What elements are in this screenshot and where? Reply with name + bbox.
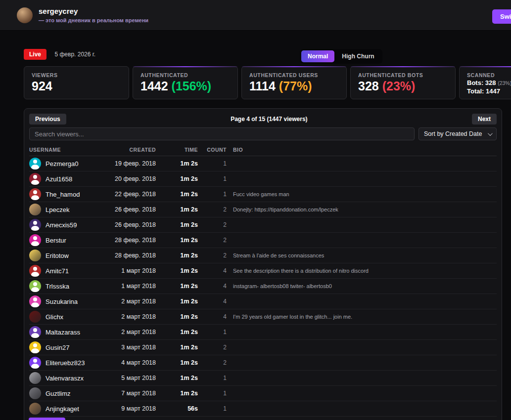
- row-username[interactable]: Glichx: [46, 313, 63, 321]
- username-cell: Trlssska: [29, 280, 101, 292]
- pagination-row: Previous Page 4 of 15 (1447 viewers) Nex…: [29, 114, 497, 125]
- row-bio: Stream à l'aide de ses connaissances: [227, 252, 497, 258]
- row-count: 2: [198, 252, 227, 259]
- username-cell: Guztlimz: [29, 387, 101, 399]
- row-time: 1m 2s: [156, 252, 198, 259]
- col-header-bio: BIO: [227, 147, 497, 153]
- username-cell: Maltazarass: [29, 326, 101, 338]
- table-row[interactable]: Azul1658 20 февр. 2018 1m 2s 1: [29, 171, 497, 187]
- row-count: 2: [198, 344, 227, 351]
- table-row[interactable]: Amitc71 1 март 2018 1m 2s 4 See the desc…: [29, 263, 497, 279]
- username-cell: Amitc71: [29, 265, 101, 277]
- row-username[interactable]: Amitc71: [46, 267, 69, 275]
- row-username[interactable]: Lpeczek: [46, 206, 69, 213]
- stat-label: VIEWERS: [32, 72, 121, 78]
- stat-value: 1114 (77%): [249, 80, 339, 93]
- stats-row: VIEWERS 924 AUTHENTICATED 1442 (156%) AU…: [24, 66, 511, 99]
- viewers-panel: Previous Page 4 of 15 (1447 viewers) Nex…: [24, 108, 502, 420]
- stat-value: 924: [32, 80, 121, 93]
- table-row[interactable]: Pezmerga0 19 февр. 2018 1m 2s 1: [29, 156, 497, 171]
- row-created: 3 март 2018: [101, 344, 156, 351]
- table-row[interactable]: Glichx 2 март 2018 1m 2s 4 I'm 29 years …: [29, 309, 497, 325]
- table-row[interactable]: The_hamod 22 февр. 2018 1m 2s 1 Fucc vid…: [29, 187, 497, 202]
- sort-dropdown[interactable]: Sort by Created Date: [418, 127, 497, 140]
- username-cell: Suzukarina: [29, 295, 101, 307]
- row-username[interactable]: Trlssska: [46, 283, 69, 290]
- table-row[interactable]: Gusin27 3 март 2018 1m 2s 2: [29, 340, 497, 355]
- stat-label: AUTHENTICATED BOTS: [358, 72, 448, 78]
- username-cell: The_hamod: [29, 188, 101, 200]
- table-row[interactable]: Lpeczek 26 февр. 2018 1m 2s 2 Donejty: h…: [29, 202, 497, 217]
- search-input[interactable]: [29, 127, 415, 140]
- stat-percent: (156%): [172, 79, 212, 93]
- scanned-total-line: Total: 1447: [467, 87, 511, 95]
- previous-button[interactable]: Previous: [29, 114, 66, 125]
- viewers-table: USERNAME CREATED TIME COUNT BIO Pezmerga…: [29, 143, 497, 417]
- user-avatar: [29, 311, 41, 323]
- row-count: 1: [198, 191, 227, 198]
- row-created: 19 февр. 2018: [101, 160, 156, 167]
- row-time: 1m 2s: [156, 237, 198, 244]
- row-username[interactable]: Eliteruebz823: [46, 359, 85, 367]
- stat-percent: (77%): [279, 79, 312, 93]
- row-username[interactable]: Anjingkaget: [46, 405, 79, 413]
- row-username[interactable]: Azul1658: [46, 175, 72, 183]
- search-row: Sort by Created Date: [29, 127, 497, 140]
- profile-avatar: [17, 7, 33, 23]
- stat-label: SCANNED: [467, 72, 511, 78]
- switch-button[interactable]: Switch: [492, 9, 511, 24]
- row-username[interactable]: The_hamod: [46, 191, 80, 198]
- user-avatar: [29, 387, 41, 399]
- row-created: 26 февр. 2018: [101, 206, 156, 213]
- col-header-username: USERNAME: [29, 147, 101, 153]
- table-row[interactable]: Guztlimz 7 март 2018 1m 2s 1: [29, 386, 497, 401]
- user-avatar: [29, 265, 41, 277]
- row-username[interactable]: Amecxis59: [46, 221, 77, 229]
- col-header-created: CREATED: [101, 147, 156, 153]
- sort-dropdown-label: Sort by Created Date: [424, 130, 482, 137]
- stat-number: 328: [358, 79, 379, 93]
- mode-normal-button[interactable]: Normal: [301, 50, 334, 62]
- stat-card-viewers: VIEWERS 924: [24, 66, 129, 99]
- table-row[interactable]: Suzukarina 2 март 2018 1m 2s 4: [29, 294, 497, 309]
- row-count: 4: [198, 298, 227, 305]
- user-avatar: [29, 219, 41, 231]
- row-count: 2: [198, 221, 227, 228]
- row-count: 1: [198, 329, 227, 336]
- username-cell: Eliteruebz823: [29, 357, 101, 369]
- row-created: 20 февр. 2018: [101, 175, 156, 182]
- stat-card-authenticated: AUTHENTICATED 1442 (156%): [133, 66, 238, 99]
- row-username[interactable]: Pezmerga0: [46, 160, 78, 168]
- row-username[interactable]: Gusin27: [46, 344, 69, 351]
- row-time: 1m 2s: [156, 267, 198, 274]
- row-username[interactable]: Berstur: [46, 237, 66, 244]
- table-row[interactable]: Maltazarass 2 март 2018 1m 2s 1: [29, 325, 497, 340]
- username-cell: Valenvaraszx: [29, 372, 101, 384]
- next-button[interactable]: Next: [472, 114, 497, 125]
- row-username[interactable]: Suzukarina: [46, 298, 78, 305]
- table-row[interactable]: Trlssska 1 март 2018 1m 2s 4 instagram- …: [29, 279, 497, 294]
- username-cell: Anjingkaget: [29, 403, 101, 415]
- mode-high-churn-button[interactable]: High Churn: [335, 50, 380, 62]
- row-created: 2 март 2018: [101, 298, 156, 305]
- table-row[interactable]: Amecxis59 26 февр. 2018 1m 2s 2: [29, 217, 497, 233]
- scanned-total-label: Total:: [467, 87, 484, 95]
- row-username[interactable]: Eritotow: [46, 252, 69, 259]
- stat-number: 1442: [140, 79, 168, 93]
- row-time: 1m 2s: [156, 175, 198, 182]
- user-avatar: [29, 357, 41, 369]
- row-username[interactable]: Valenvaraszx: [46, 375, 84, 382]
- user-avatar: [29, 295, 41, 307]
- row-username[interactable]: Maltazarass: [46, 329, 80, 336]
- bottom-previous-button[interactable]: Previous: [29, 418, 65, 420]
- page-info: Page 4 of 15 (1447 viewers): [231, 116, 307, 123]
- table-row[interactable]: Eritotow 28 февр. 2018 1m 2s 2 Stream à …: [29, 248, 497, 263]
- table-row[interactable]: Eliteruebz823 4 март 2018 1m 2s 2: [29, 355, 497, 371]
- table-row[interactable]: Valenvaraszx 5 март 2018 1m 2s 1: [29, 371, 497, 386]
- row-time: 1m 2s: [156, 191, 198, 198]
- table-row[interactable]: Berstur 28 февр. 2018 1m 2s 2: [29, 233, 497, 248]
- table-body: Pezmerga0 19 февр. 2018 1m 2s 1 Azul1658…: [29, 156, 497, 417]
- col-header-time: TIME: [156, 147, 198, 153]
- row-username[interactable]: Guztlimz: [46, 390, 71, 397]
- table-row[interactable]: Anjingkaget 9 март 2018 56s 1: [29, 401, 497, 417]
